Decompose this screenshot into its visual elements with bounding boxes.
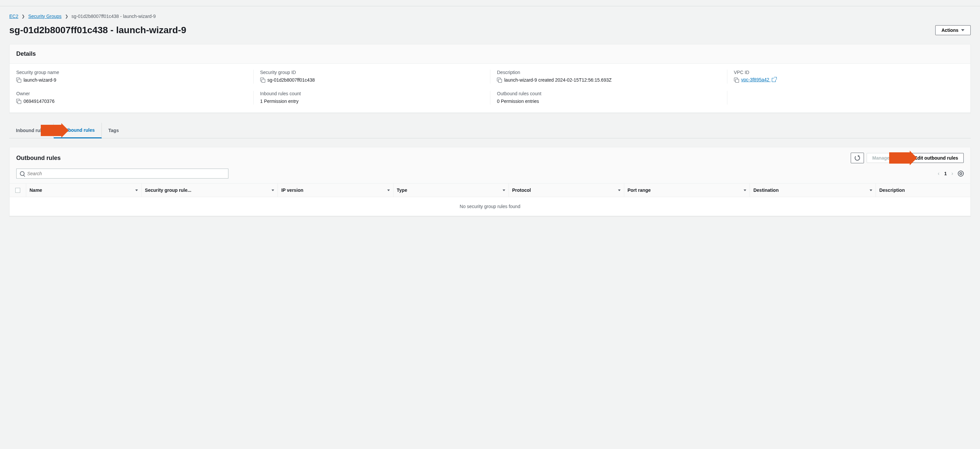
- edit-outbound-rules-button[interactable]: Edit outbound rules: [909, 153, 964, 163]
- sort-icon: [387, 190, 390, 191]
- detail-label: Security group name: [16, 70, 247, 75]
- rules-heading: Outbound rules: [16, 155, 60, 161]
- column-protocol[interactable]: Protocol: [509, 184, 624, 197]
- outbound-rules-panel: Outbound rules Manage tags Edit outbound…: [9, 147, 971, 216]
- sort-icon: [135, 190, 138, 191]
- page-title: sg-01d2b8007ff01c438 - launch-wizard-9: [9, 25, 186, 35]
- detail-label: Security group ID: [260, 70, 484, 75]
- copy-icon[interactable]: [16, 78, 21, 82]
- description-value: launch-wizard-9 created 2024-02-15T12:56…: [504, 77, 612, 84]
- tab-inbound[interactable]: Inbound rules: [9, 123, 54, 138]
- manage-tags-button: Manage tags: [867, 153, 906, 163]
- search-box[interactable]: [16, 169, 228, 179]
- rules-table: Name Security group rule... IP version T…: [10, 183, 970, 216]
- copy-icon[interactable]: [497, 78, 502, 82]
- vpc-value: vpc-3f895a42: [741, 77, 770, 82]
- pagination: ‹ 1 ›: [938, 171, 964, 177]
- details-heading: Details: [16, 50, 964, 58]
- search-icon: [20, 171, 24, 176]
- column-sg-rule[interactable]: Security group rule...: [142, 184, 278, 197]
- tab-tags[interactable]: Tags: [102, 123, 126, 138]
- refresh-button[interactable]: [851, 153, 864, 163]
- select-all-checkbox[interactable]: [10, 184, 26, 197]
- actions-label: Actions: [942, 27, 958, 33]
- empty-state: No security group rules found: [10, 197, 970, 216]
- tab-outbound[interactable]: Outbound rules: [54, 123, 102, 138]
- details-panel: Details Security group name launch-wizar…: [9, 44, 971, 113]
- search-input[interactable]: [27, 171, 225, 176]
- breadcrumb: EC2 ❯ Security Groups ❯ sg-01d2b8007ff01…: [9, 6, 971, 22]
- refresh-icon: [855, 155, 860, 161]
- page-number: 1: [944, 171, 947, 176]
- vpc-link[interactable]: vpc-3f895a42: [741, 77, 776, 82]
- breadcrumb-root[interactable]: EC2: [9, 14, 18, 19]
- prev-page-button[interactable]: ‹: [938, 171, 940, 177]
- outbound-count-value: 0 Permission entries: [497, 98, 539, 105]
- column-port-range[interactable]: Port range: [624, 184, 750, 197]
- sg-id-value: sg-01d2b8007ff01c438: [267, 77, 315, 84]
- tabs: Inbound rules Outbound rules Tags: [9, 123, 971, 138]
- chevron-right-icon: ❯: [65, 14, 68, 19]
- column-description[interactable]: Description: [876, 184, 970, 197]
- sort-icon: [272, 190, 274, 191]
- column-destination[interactable]: Destination: [750, 184, 876, 197]
- actions-button[interactable]: Actions: [935, 25, 971, 35]
- chevron-right-icon: ❯: [22, 14, 25, 19]
- next-page-button[interactable]: ›: [951, 171, 953, 177]
- owner-value: 069491470376: [24, 98, 54, 105]
- detail-label: VPC ID: [734, 70, 958, 75]
- breadcrumb-current: sg-01d2b8007ff01c438 - launch-wizard-9: [72, 14, 156, 19]
- gear-icon[interactable]: [958, 171, 964, 177]
- copy-icon[interactable]: [734, 78, 739, 82]
- copy-icon[interactable]: [16, 99, 21, 104]
- column-ip-version[interactable]: IP version: [278, 184, 393, 197]
- sg-name-value: launch-wizard-9: [24, 77, 56, 84]
- external-link-icon: [772, 78, 776, 82]
- detail-label: Owner: [16, 91, 247, 96]
- column-type[interactable]: Type: [393, 184, 509, 197]
- detail-label: Description: [497, 70, 721, 75]
- detail-label: Inbound rules count: [260, 91, 484, 96]
- sort-icon: [870, 190, 872, 191]
- sort-icon: [503, 190, 505, 191]
- breadcrumb-section[interactable]: Security Groups: [28, 14, 61, 19]
- copy-icon[interactable]: [260, 78, 265, 82]
- sort-icon: [744, 190, 746, 191]
- column-name[interactable]: Name: [26, 184, 142, 197]
- sort-icon: [618, 190, 620, 191]
- detail-label: Outbound rules count: [497, 91, 721, 96]
- inbound-count-value: 1 Permission entry: [260, 98, 299, 105]
- caret-down-icon: [961, 29, 964, 31]
